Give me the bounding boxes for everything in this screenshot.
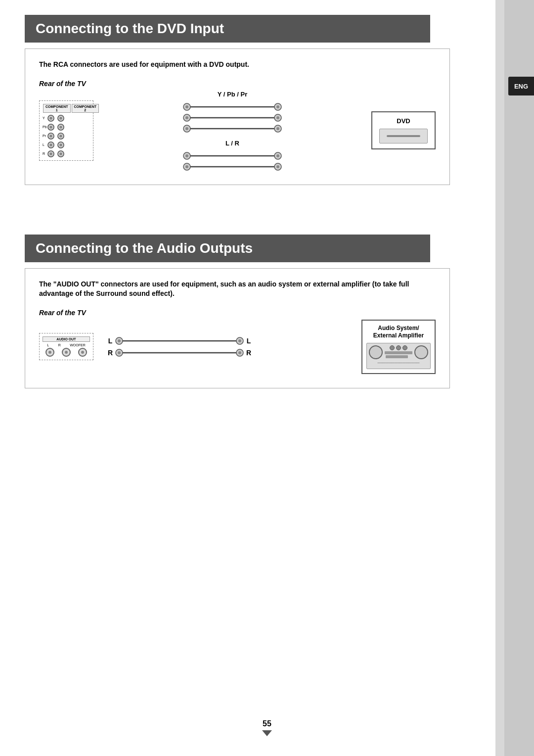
amp-bottom-row: ───────────────: [369, 361, 428, 365]
page-number-text: 55: [263, 719, 271, 728]
cable-l: [103, 152, 361, 160]
svg-point-21: [185, 165, 188, 168]
cable-svg-audio-r: [115, 348, 244, 357]
svg-point-6: [185, 116, 188, 119]
section-audio-output: Connecting to the Audio Outputs The "AUD…: [25, 235, 490, 388]
amp-knob-1: [390, 345, 395, 350]
connector-y1: [47, 115, 54, 122]
amp-controls: [385, 345, 412, 350]
main-content: Connecting to the DVD Input The RCA conn…: [0, 0, 534, 423]
audio-rear-label: Rear of the TV: [39, 309, 436, 317]
lr-label: L / R: [225, 140, 239, 147]
dvd-device: DVD: [371, 111, 436, 149]
cable-svg-y: [183, 103, 282, 111]
dvd-device-label: DVD: [379, 117, 428, 125]
audio-sub-labels: L R WOOFER: [43, 343, 90, 347]
amp-speaker-right: [414, 345, 428, 359]
section-spacer: [25, 205, 490, 235]
ypbpr-label: Y / Pb / Pr: [218, 91, 247, 98]
audio-jack-woofer: [78, 348, 87, 357]
section-header-audio: Connecting to the Audio Outputs: [25, 235, 430, 262]
section-title-dvd: Connecting to the DVD Input: [36, 21, 419, 37]
audio-diagram-row: AUDIO OUT L R WOOFER: [39, 320, 436, 374]
dvd-diagram-row: COMPONENT 1 COMPONENT 2 Y Pb: [39, 91, 436, 171]
dvd-rear-label: Rear of the TV: [39, 80, 436, 88]
cable-r: [103, 163, 361, 171]
audio-content-box: The "AUDIO OUT" connectors are used for …: [25, 268, 450, 388]
ch-label-r: R: [105, 349, 115, 357]
ch-label-r-right: R: [244, 349, 254, 357]
amp-model-text: ───────────────: [369, 361, 428, 365]
svg-point-34: [238, 351, 241, 354]
page-number-container: 55: [262, 719, 272, 736]
svg-point-16: [185, 154, 188, 157]
svg-point-26: [118, 339, 121, 342]
amp-display-2: [386, 355, 408, 358]
panel-labels: COMPONENT 1 COMPONENT 2: [43, 104, 90, 113]
cable-svg-l: [183, 152, 282, 160]
connector-pb2: [57, 124, 64, 131]
amp-display-1: [385, 351, 412, 354]
connector-l1: [47, 142, 54, 148]
connector-y2: [57, 115, 64, 122]
amp-speakers-row: [369, 345, 428, 359]
svg-point-31: [118, 351, 121, 354]
ch-label-l-right: L: [244, 337, 254, 345]
dvd-description: The RCA connectors are used for equipmen…: [39, 60, 436, 70]
connector-r2: [57, 150, 64, 157]
amp-body: ───────────────: [366, 343, 431, 369]
page-triangle: [262, 730, 272, 736]
svg-point-19: [276, 154, 279, 157]
connector-l2: [57, 142, 64, 148]
svg-point-24: [276, 165, 279, 168]
amp-knob-2: [396, 345, 401, 350]
amp-knob-3: [402, 345, 407, 350]
svg-point-9: [276, 116, 279, 119]
dvd-slot: [387, 135, 420, 137]
section-dvd-input: Connecting to the DVD Input The RCA conn…: [25, 15, 490, 185]
audio-jack-r: [62, 348, 71, 357]
component1-label: COMPONENT 1: [43, 104, 71, 113]
amplifier-device: Audio System/ External Amplifier: [361, 320, 436, 374]
cable-svg-pb: [183, 114, 282, 122]
sub-label-r: R: [58, 343, 61, 347]
sub-label-woofer: WOOFER: [70, 343, 86, 347]
dvd-front-panel: [379, 129, 428, 143]
connector-pb1: [47, 124, 54, 131]
section-header-dvd: Connecting to the DVD Input: [25, 15, 430, 43]
audio-connectors: [43, 348, 90, 357]
svg-point-29: [238, 339, 241, 342]
section-title-audio: Connecting to the Audio Outputs: [36, 240, 419, 256]
cable-y: [103, 103, 361, 111]
cable-svg-r: [183, 163, 282, 171]
cable-pb: [103, 114, 361, 122]
audio-description: The "AUDIO OUT" connectors are used for …: [39, 280, 436, 299]
audio-jack-l: [45, 348, 54, 357]
tv-rear-panel-audio: AUDIO OUT L R WOOFER: [39, 333, 93, 360]
connector-r1: [47, 150, 54, 157]
component2-label: COMPONENT 2: [72, 104, 99, 113]
audio-out-label: AUDIO OUT: [43, 336, 90, 342]
connector-pr2: [57, 133, 64, 140]
tv-rear-panel-dvd: COMPONENT 1 COMPONENT 2 Y Pb: [39, 100, 93, 161]
dvd-content-box: The RCA connectors are used for equipmen…: [25, 48, 450, 185]
svg-point-14: [276, 127, 279, 130]
cable-pr: [103, 125, 361, 133]
audio-cable-r-row: R R: [105, 348, 350, 357]
sub-label-l: L: [47, 343, 49, 347]
svg-point-1: [185, 105, 188, 108]
dvd-cable-diagram: Y / Pb / Pr: [103, 91, 361, 171]
amp-label: Audio System/ External Amplifier: [366, 325, 431, 340]
cable-svg-pr: [183, 125, 282, 133]
connector-pr1: [47, 133, 54, 140]
cable-svg-audio-l: [115, 336, 244, 345]
language-badge: ENG: [508, 77, 534, 95]
amp-speaker-left: [369, 345, 383, 359]
svg-point-11: [185, 127, 188, 130]
ch-label-l: L: [105, 337, 115, 345]
audio-cable-l-row: L L: [105, 336, 350, 345]
audio-cable-area: L L R: [105, 336, 350, 357]
svg-point-4: [276, 105, 279, 108]
